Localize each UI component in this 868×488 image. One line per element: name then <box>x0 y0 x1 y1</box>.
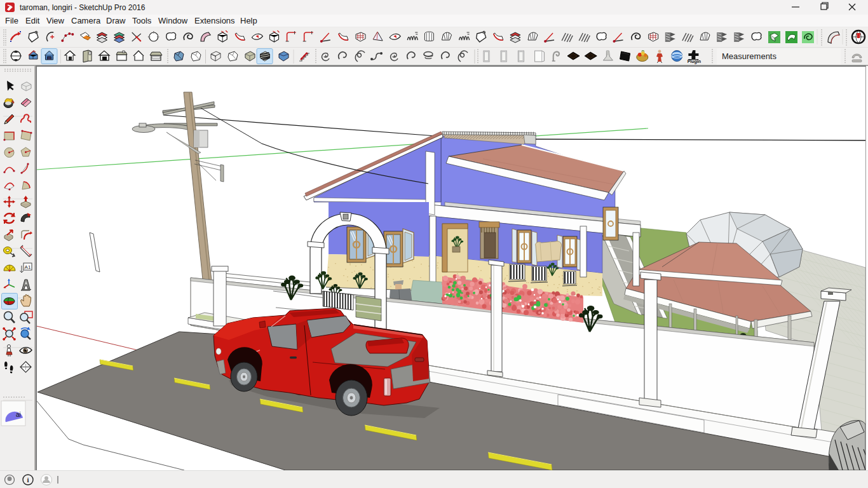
svg-text:Plugin: Plugin <box>688 59 701 64</box>
svg-text:Measurements: Measurements <box>722 51 776 61</box>
svg-text:i: i <box>27 476 29 484</box>
svg-text:A1: A1 <box>25 264 31 270</box>
svg-text:ai: ai <box>16 411 21 418</box>
